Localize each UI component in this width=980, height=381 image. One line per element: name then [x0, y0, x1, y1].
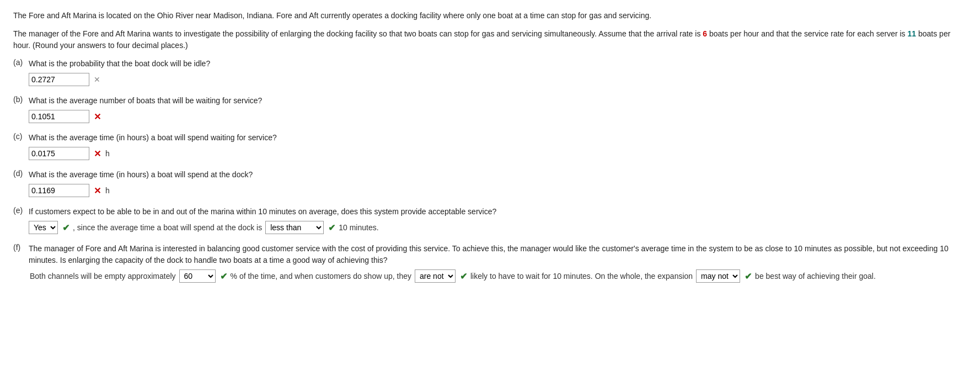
question-f: The manager of Fore and Aft Marina is in… — [29, 243, 967, 266]
answer-row-d: ✕ h — [29, 184, 967, 197]
answer-row-b: ✕ — [29, 110, 967, 123]
answer-row-e: Yes No ✔ , since the average time a boat… — [29, 221, 967, 234]
intro-para2-before: The manager of the Fore and Aft Marina w… — [13, 29, 703, 38]
text-e-after: 10 minutes. — [339, 223, 378, 232]
text-f4: be best way of achieving their goal. — [755, 272, 876, 281]
input-a[interactable] — [29, 73, 89, 86]
intro-para2: The manager of the Fore and Aft Marina w… — [13, 28, 967, 51]
rate2: 11 — [908, 29, 917, 38]
status-icon-b: ✕ — [94, 112, 101, 122]
check-icon-f2: ✔ — [460, 271, 467, 282]
answer-row-f: Both channels will be empty approximatel… — [29, 269, 967, 283]
question-b: What is the average number of boats that… — [29, 95, 262, 107]
question-e: If customers expect to be able to be in … — [29, 206, 496, 218]
status-icon-a: ✕ — [94, 75, 100, 84]
section-b: (b) What is the average number of boats … — [13, 95, 967, 123]
text-f2: % of the time, and when customers do sho… — [231, 272, 411, 281]
question-row-f: (f) The manager of Fore and Aft Marina i… — [13, 243, 967, 266]
label-f: (f) — [13, 243, 29, 252]
question-row-a: (a) What is the probability that the boa… — [13, 58, 967, 70]
section-f: (f) The manager of Fore and Aft Marina i… — [13, 243, 967, 283]
dropdown-f3[interactable]: may not may — [696, 269, 740, 283]
intro-para2-mid: boats per hour and that the service rate… — [707, 29, 907, 38]
question-a: What is the probability that the boat do… — [29, 58, 210, 70]
label-b: (b) — [13, 95, 29, 104]
text-f1: Both channels will be empty approximatel… — [30, 272, 176, 281]
section-d: (d) What is the average time (in hours) … — [13, 169, 967, 197]
input-d[interactable] — [29, 184, 89, 197]
check-icon-f3: ✔ — [745, 271, 752, 282]
status-icon-d: ✕ — [94, 186, 101, 196]
dropdown-e2[interactable]: less than greater than equal to — [265, 221, 324, 234]
rate1: 6 — [703, 29, 707, 38]
question-row-c: (c) What is the average time (in hours) … — [13, 132, 967, 144]
dropdown-e1[interactable]: Yes No — [29, 221, 58, 234]
question-row-b: (b) What is the average number of boats … — [13, 95, 967, 107]
check-icon-f1: ✔ — [220, 271, 227, 282]
answer-row-c: ✕ h — [29, 147, 967, 160]
label-d: (d) — [13, 169, 29, 178]
question-c: What is the average time (in hours) a bo… — [29, 132, 277, 144]
question-row-d: (d) What is the average time (in hours) … — [13, 169, 967, 181]
question-d: What is the average time (in hours) a bo… — [29, 169, 253, 181]
label-a: (a) — [13, 58, 29, 67]
text-e-before-dropdown2: , since the average time a boat will spe… — [73, 223, 262, 232]
label-c: (c) — [13, 132, 29, 141]
question-row-e: (e) If customers expect to be able to be… — [13, 206, 967, 218]
label-e: (e) — [13, 206, 29, 215]
status-icon-c: ✕ — [94, 149, 101, 159]
intro-para1-text: The Fore and Aft Marina is located on th… — [13, 11, 651, 20]
dropdown-f1[interactable]: 60 27.27 50 72.73 — [179, 269, 216, 283]
text-f3: likely to have to wait for 10 minutes. O… — [470, 272, 693, 281]
intro-para1: The Fore and Aft Marina is located on th… — [13, 10, 967, 22]
section-a: (a) What is the probability that the boa… — [13, 58, 967, 86]
check-icon-e2: ✔ — [328, 223, 335, 233]
section-c: (c) What is the average time (in hours) … — [13, 132, 967, 160]
input-b[interactable] — [29, 110, 89, 123]
unit-c: h — [105, 149, 110, 158]
answer-row-a: ✕ — [29, 73, 967, 86]
section-e: (e) If customers expect to be able to be… — [13, 206, 967, 234]
input-c[interactable] — [29, 147, 89, 160]
dropdown-f2[interactable]: are not are — [415, 269, 456, 283]
check-icon-e1: ✔ — [62, 223, 69, 233]
unit-d: h — [105, 186, 110, 195]
